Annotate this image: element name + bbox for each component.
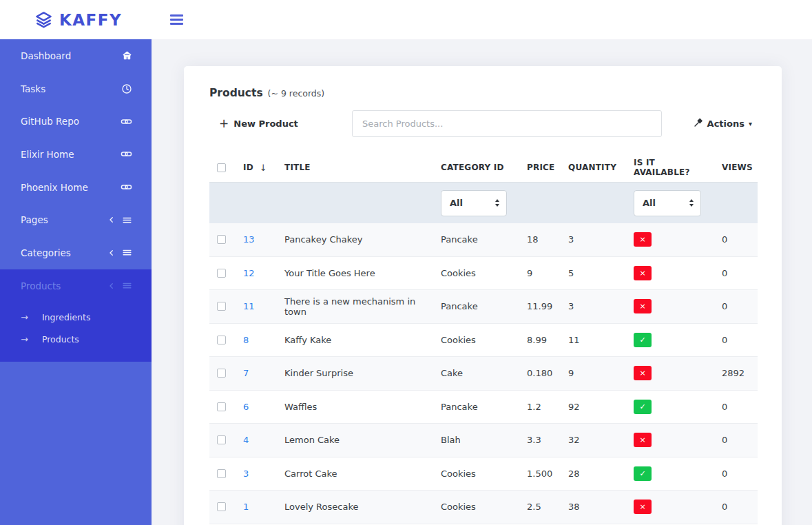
header-views[interactable]: VIEWS: [714, 153, 758, 182]
row-category: Cookies: [433, 491, 519, 524]
actions-dropdown-button[interactable]: Actions ▾: [694, 117, 752, 130]
sort-desc-icon: ↓: [260, 163, 267, 173]
select-all-checkbox[interactable]: [217, 163, 226, 172]
list-icon: [122, 280, 132, 291]
sidebar-item-dashboard[interactable]: Dashboard: [0, 39, 152, 72]
table-controls: + New Product Actions ▾: [209, 110, 758, 137]
products-subnav: → Ingredients → Products: [0, 302, 152, 351]
header-quantity[interactable]: QUANTITY: [560, 153, 625, 182]
available-no-badge: ×: [634, 266, 652, 280]
row-title: Carrot Cake: [276, 457, 433, 491]
table-header-row: ID ↓ TITLE CATEGORY ID PRICE QUANTITY IS…: [209, 153, 758, 183]
row-checkbox[interactable]: [217, 336, 226, 344]
row-views: 0: [714, 324, 758, 357]
header-id[interactable]: ID ↓: [235, 153, 276, 182]
sidebar-item-github-repo[interactable]: GitHub Repo: [0, 105, 152, 138]
row-views: 0: [714, 290, 758, 323]
sidebar-subitem-ingredients[interactable]: → Ingredients: [0, 307, 152, 329]
search-input[interactable]: [352, 110, 662, 137]
row-title: Lovely Rosecake: [276, 491, 433, 524]
table-row: 12 Your Title Goes Here Cookies 9 5 × 0: [209, 257, 758, 291]
card-title-row: Products (~ 9 records): [209, 87, 758, 99]
available-filter-select[interactable]: All: [634, 190, 701, 216]
row-category: Pancake: [433, 391, 519, 424]
row-views: 0: [714, 223, 758, 256]
layers-icon: [34, 10, 53, 29]
row-quantity: 38: [560, 491, 625, 524]
row-checkbox[interactable]: [217, 469, 226, 478]
row-price: 2.5: [519, 491, 560, 524]
sidebar-item-tasks[interactable]: Tasks: [0, 72, 152, 105]
table-row: 7 Kinder Surprise Cake 0.180 9 × 2892: [209, 357, 758, 391]
sidebar-group-products: Products → Ingredients →: [0, 269, 152, 362]
sidebar-item-categories[interactable]: Categories: [0, 236, 152, 269]
row-price: 9: [519, 257, 560, 290]
row-quantity: 32: [560, 424, 625, 457]
available-yes-badge: ✓: [634, 333, 652, 347]
row-title: Your Title Goes Here: [276, 257, 433, 290]
row-quantity: 3: [560, 290, 625, 323]
header-category-id[interactable]: CATEGORY ID: [433, 153, 519, 182]
table-row: 8 Kaffy Kake Cookies 8.99 11 ✓ 0: [209, 324, 758, 358]
row-checkbox[interactable]: [217, 369, 226, 378]
new-product-button[interactable]: + New Product: [219, 118, 352, 130]
row-checkbox[interactable]: [217, 235, 226, 244]
row-checkbox[interactable]: [217, 269, 226, 278]
brand-logo[interactable]: KAFFY: [34, 10, 122, 29]
row-checkbox[interactable]: [217, 502, 226, 511]
header-available[interactable]: IS IT AVAILABLE?: [625, 153, 714, 182]
row-price: 1.2: [519, 391, 560, 424]
row-id-link[interactable]: 8: [243, 335, 249, 345]
sidebar-item-pages[interactable]: Pages: [0, 203, 152, 236]
row-checkbox[interactable]: [217, 302, 226, 311]
row-quantity: 28: [560, 457, 625, 491]
row-id-link[interactable]: 1: [243, 502, 249, 512]
table-row: 4 Lemon Cake Blah 3.3 32 × 0: [209, 424, 758, 457]
row-price: 3.3: [519, 424, 560, 457]
caret-down-icon: ▾: [749, 121, 752, 127]
row-id-link[interactable]: 13: [243, 234, 255, 245]
row-title: Kaffy Kake: [276, 324, 433, 357]
arrow-right-icon: →: [21, 312, 28, 322]
list-icon: [122, 247, 132, 258]
row-quantity: 3: [560, 223, 625, 256]
row-title: Waffles: [276, 391, 433, 424]
sidebar-item-elixir-home[interactable]: Elixir Home: [0, 138, 152, 171]
table-row: 3 Carrot Cake Cookies 1.500 28 ✓ 0: [209, 457, 758, 491]
menu-toggle-icon[interactable]: [167, 12, 186, 28]
available-no-badge: ×: [634, 232, 652, 247]
row-views: 0: [714, 424, 758, 457]
row-checkbox[interactable]: [217, 435, 226, 444]
page-title: Products: [209, 87, 263, 99]
row-id-link[interactable]: 4: [243, 435, 249, 445]
row-quantity: 5: [560, 257, 625, 290]
row-price: 8.99: [519, 324, 560, 357]
row-checkbox[interactable]: [217, 402, 226, 411]
row-quantity: 92: [560, 391, 625, 424]
sidebar-item-phoenix-home[interactable]: Phoenix Home: [0, 171, 152, 204]
link-icon: [121, 116, 132, 127]
available-no-badge: ×: [634, 299, 652, 313]
products-card: Products (~ 9 records) + New Product Act…: [184, 66, 782, 525]
row-views: 0: [714, 491, 758, 524]
header-price[interactable]: PRICE: [519, 153, 560, 182]
hammer-icon: [694, 117, 703, 130]
list-icon: [122, 215, 132, 225]
header-title[interactable]: TITLE: [276, 153, 433, 182]
clock-icon: [121, 83, 132, 94]
available-yes-badge: ✓: [634, 400, 652, 414]
row-id-link[interactable]: 7: [243, 368, 249, 378]
row-quantity: 11: [560, 324, 625, 357]
row-id-link[interactable]: 3: [243, 469, 249, 479]
sidebar-item-products[interactable]: Products: [0, 269, 152, 302]
sidebar: Dashboard Tasks GitHub Repo Elixir Home: [0, 39, 152, 525]
table-body: 13 Pancakey Chakey Pancake 18 3 × 0 12 Y…: [209, 223, 758, 524]
sidebar-subitem-products[interactable]: → Products: [0, 329, 152, 351]
row-id-link[interactable]: 11: [243, 301, 255, 311]
row-category: Cookies: [433, 324, 519, 357]
category-filter-select[interactable]: All: [441, 190, 507, 216]
link-icon: [121, 148, 132, 160]
row-id-link[interactable]: 6: [243, 402, 249, 412]
row-id-link[interactable]: 12: [243, 268, 255, 278]
table-row: 6 Waffles Pancake 1.2 92 ✓ 0: [209, 391, 758, 424]
